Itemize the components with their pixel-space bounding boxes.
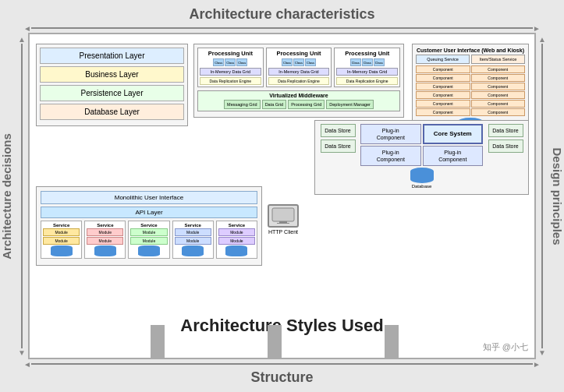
processing-units-row: Processing Unit Class Class Class In-Mem…: [197, 48, 400, 87]
arrow-right-head: ►: [533, 24, 541, 33]
component-grid: Component Component Component Component …: [416, 65, 525, 116]
service-5: Service Module Module: [216, 221, 257, 259]
col-sep-2: [268, 325, 282, 358]
arrow-bottom: ◄ ►: [23, 359, 541, 369]
core-system: Core System: [423, 124, 484, 144]
architecture-styles-title: Architecture Styles Used: [180, 316, 383, 336]
bottom-label: Structure: [250, 369, 313, 386]
main-content-area: Presentation Layer Business Layer Persis…: [28, 33, 536, 359]
watermark: 知乎 @小七: [483, 341, 528, 353]
col-sep-3: [385, 325, 399, 358]
layered-architecture-diagram: Presentation Layer Business Layer Persis…: [36, 44, 188, 126]
arrow-left-head: ◄: [23, 24, 31, 33]
item-status-service: Item/Status Service: [471, 55, 525, 64]
right-datastore: Data Store Data Store: [486, 124, 525, 153]
business-layer: Business Layer: [40, 66, 184, 83]
col-sep-1: [151, 325, 165, 358]
http-client-area: HTTP Client: [268, 204, 299, 235]
processing-unit-1: Processing Unit Class Class Class In-Mem…: [197, 48, 264, 87]
svg-rect-1: [279, 221, 287, 223]
microservices-diagram: Monolithic User Interface API Layer Serv…: [36, 186, 262, 266]
microkernel-diagram: Data Store Data Store Plug-inComponent C…: [314, 120, 529, 195]
customer-ui-title: Customer User Interface (Web and Kiosk): [416, 48, 525, 53]
service-4: Service Module Module: [172, 221, 214, 259]
service-2: Service Module Module: [84, 221, 126, 259]
persistence-layer: Persistence Layer: [40, 85, 184, 101]
monolithic-ui: Monolithic User Interface: [41, 191, 257, 204]
http-label: HTTP Client: [268, 229, 299, 235]
arrow-left-vert: ▲ ▼: [17, 35, 27, 357]
monitor-icon: [268, 204, 299, 228]
top-label: Architecture characteristics: [189, 6, 374, 23]
arrow-bottom-left-head: ◄: [23, 360, 31, 369]
space-based-architecture: Processing Unit Class Class Class In-Mem…: [193, 44, 404, 118]
queuing-service: Queuing Service: [416, 55, 470, 64]
right-label: Design principles: [551, 147, 564, 245]
arrow-bottom-right-head: ►: [533, 360, 541, 369]
presentation-layer: Presentation Layer: [40, 48, 184, 64]
api-layer: API Layer: [41, 207, 257, 218]
services-row: Service Module Module Service Module Mod…: [41, 221, 257, 259]
processing-unit-3: Processing Unit Class Class Class In-Mem…: [334, 48, 400, 87]
outer-frame: Architecture characteristics ◄ ► Structu…: [0, 0, 564, 392]
service-1: Service Module Module: [41, 221, 82, 259]
service-3: Service Module Module: [128, 221, 169, 259]
left-label: Architecture decisions: [0, 133, 13, 260]
svg-rect-0: [272, 208, 294, 221]
svg-rect-2: [277, 223, 289, 224]
arrow-top: ◄ ►: [23, 23, 541, 33]
arrow-right-vert: ▲ ▼: [537, 35, 547, 357]
database-layer: Database Layer: [40, 104, 184, 120]
virtualized-middleware: Virtualized Middleware Messaging Grid Da…: [197, 90, 400, 111]
processing-unit-2: Processing Unit Class Class Class In-Mem…: [266, 48, 332, 87]
left-datastore: Data Store Data Store: [318, 124, 357, 153]
